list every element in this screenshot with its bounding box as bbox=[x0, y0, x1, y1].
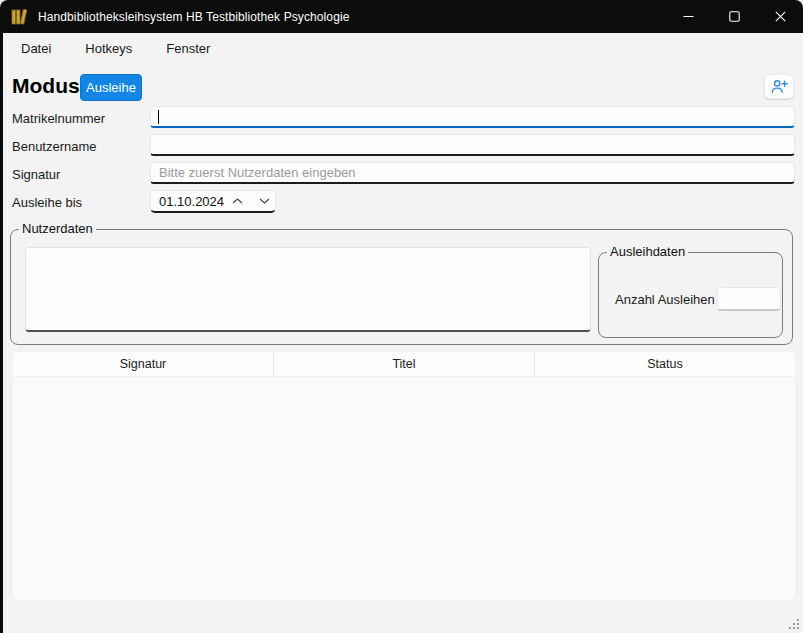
matrikelnummer-label: Matrikelnummer bbox=[12, 111, 105, 126]
table-header-row: Signatur Titel Status bbox=[13, 352, 795, 377]
chevron-down-icon bbox=[259, 198, 270, 204]
close-icon bbox=[775, 11, 786, 22]
ausleihe-bis-label: Ausleihe bis bbox=[12, 195, 82, 210]
ausleihdaten-legend: Ausleihdaten bbox=[607, 244, 688, 259]
anzahl-ausleihen-label: Anzahl Ausleihen bbox=[615, 292, 715, 307]
table-body-empty bbox=[13, 377, 795, 600]
signatur-input[interactable] bbox=[150, 162, 795, 184]
matrikelnummer-input[interactable] bbox=[150, 106, 795, 128]
column-header-titel[interactable]: Titel bbox=[273, 352, 534, 376]
text-caret bbox=[158, 110, 159, 124]
window-left-border bbox=[0, 33, 3, 633]
nutzerdaten-textarea[interactable] bbox=[25, 247, 591, 332]
column-header-signatur[interactable]: Signatur bbox=[13, 352, 273, 376]
app-window: Handbibliotheksleihsystem HB Testbibliot… bbox=[0, 0, 803, 633]
maximize-button[interactable] bbox=[711, 0, 757, 33]
mode-ausleihe-button[interactable]: Ausleihe bbox=[80, 74, 142, 101]
spin-down-button[interactable] bbox=[251, 198, 278, 204]
nutzerdaten-legend: Nutzerdaten bbox=[19, 221, 96, 236]
minimize-icon bbox=[683, 11, 694, 22]
resize-grip[interactable] bbox=[787, 617, 799, 629]
menu-item-fenster[interactable]: Fenster bbox=[163, 38, 213, 59]
books-icon bbox=[11, 9, 29, 25]
maximize-icon bbox=[729, 11, 740, 22]
page-title-modus: Modus bbox=[12, 74, 80, 98]
ausleihdaten-groupbox: Ausleihdaten Anzahl Ausleihen bbox=[598, 252, 783, 338]
ausleihe-bis-date-spinner[interactable]: 01.10.2024 bbox=[150, 190, 276, 213]
menubar: Datei Hotkeys Fenster bbox=[3, 33, 803, 63]
benutzername-label: Benutzername bbox=[12, 139, 97, 154]
titlebar: Handbibliotheksleihsystem HB Testbibliot… bbox=[0, 0, 803, 33]
benutzername-input[interactable] bbox=[150, 134, 795, 156]
column-header-status[interactable]: Status bbox=[534, 352, 795, 376]
signatur-label: Signatur bbox=[12, 167, 60, 182]
add-user-button[interactable] bbox=[764, 74, 794, 99]
person-add-icon bbox=[771, 79, 788, 94]
menu-item-datei[interactable]: Datei bbox=[18, 38, 54, 59]
close-button[interactable] bbox=[757, 0, 803, 33]
chevron-up-icon bbox=[232, 198, 243, 204]
menu-item-hotkeys[interactable]: Hotkeys bbox=[82, 38, 135, 59]
spin-up-button[interactable] bbox=[224, 198, 251, 204]
nutzerdaten-groupbox: Nutzerdaten Ausleihdaten Anzahl Ausleihe… bbox=[10, 229, 793, 345]
minimize-button[interactable] bbox=[665, 0, 711, 33]
ausleihe-bis-value: 01.10.2024 bbox=[159, 194, 224, 209]
window-title: Handbibliotheksleihsystem HB Testbibliot… bbox=[38, 10, 349, 24]
window-controls bbox=[665, 0, 803, 33]
anzahl-ausleihen-input[interactable] bbox=[717, 287, 781, 311]
